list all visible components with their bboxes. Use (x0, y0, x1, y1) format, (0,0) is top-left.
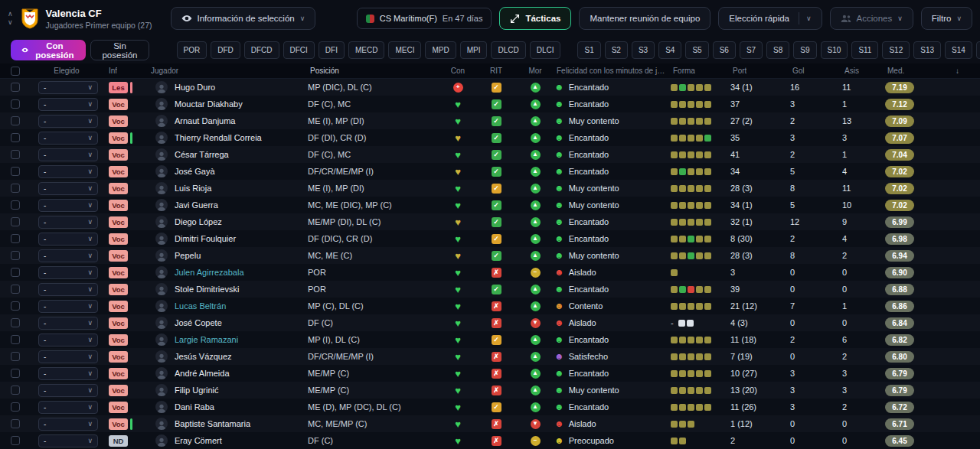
row-checkbox[interactable] (11, 133, 20, 142)
position-filter-dfi[interactable]: DFI (318, 41, 345, 59)
player-name[interactable]: José Gayà (175, 167, 215, 176)
filter-button[interactable]: Filtro ∨ (921, 7, 972, 30)
player-name[interactable]: Lucas Beltrán (175, 301, 226, 311)
slot-filter-s14[interactable]: S14 (945, 41, 972, 59)
table-row[interactable]: - ∨ Les Hugo Duro MP (DIC), DL (C) + ✓ ▲… (0, 79, 980, 96)
position-filter-mpi[interactable]: MPI (460, 41, 488, 59)
slot-filter-s6[interactable]: S6 (713, 41, 736, 59)
slot-filter-s8[interactable]: S8 (766, 41, 789, 59)
position-filter-dfd[interactable]: DFD (211, 41, 240, 59)
pick-dropdown[interactable]: - ∨ (38, 115, 98, 128)
player-name[interactable]: César Tárrega (175, 150, 229, 159)
pick-dropdown[interactable]: - ∨ (38, 182, 98, 195)
column-rit[interactable]: RIT (476, 67, 516, 75)
slot-filter-s10[interactable]: S10 (821, 41, 848, 59)
table-row[interactable]: - ∨ Voc José Copete DF (C) ♥ ✗ ▼ ☻ Aisla… (0, 314, 980, 331)
player-name[interactable]: Pepelu (175, 251, 201, 260)
table-row[interactable]: - ∨ ND Eray Cömert DF (C) ♥ ✗ − ☻ Preocu… (0, 432, 980, 449)
row-checkbox[interactable] (11, 352, 20, 361)
table-row[interactable]: - ∨ Voc Diego López ME/MP (DI), DL (C) ♥… (0, 213, 980, 230)
position-filter-mpd[interactable]: MPD (425, 41, 456, 59)
pick-dropdown[interactable]: - ∨ (38, 367, 98, 380)
slot-filter-s4[interactable]: S4 (658, 41, 681, 59)
table-row[interactable]: - ∨ Voc Pepelu MC, ME (C) ♥ ✓ ▲ ☻ Muy co… (0, 247, 980, 264)
column-con[interactable]: Con (439, 67, 476, 75)
position-filter-por[interactable]: POR (177, 41, 207, 59)
with-possession-tab[interactable]: Con posesión (11, 40, 86, 60)
position-filter-dlcd[interactable]: DLCD (491, 41, 525, 59)
player-name[interactable]: Eray Cömert (175, 436, 222, 445)
tactics-button[interactable]: Tácticas (499, 7, 571, 30)
collapse-down-icon[interactable]: ∨ (8, 19, 13, 26)
row-checkbox[interactable] (11, 99, 20, 109)
position-filter-meci[interactable]: MECI (388, 41, 421, 59)
quick-pick-button[interactable]: Elección rápida ∨ (718, 7, 822, 30)
row-checkbox[interactable] (11, 386, 20, 395)
position-filter-dlci[interactable]: DLCI (530, 41, 561, 59)
slot-filter-s12[interactable]: S12 (882, 41, 910, 59)
slot-filter-s15[interactable]: S15 (976, 41, 980, 59)
row-checkbox[interactable] (11, 184, 20, 193)
position-filter-mecd[interactable]: MECD (348, 41, 384, 59)
player-name[interactable]: Filip Ugrinić (175, 386, 218, 395)
pick-dropdown[interactable]: - ∨ (38, 132, 98, 145)
player-name[interactable]: José Copete (175, 318, 222, 327)
team-meeting-button[interactable]: Mantener reunión de equipo (579, 7, 710, 30)
row-checkbox[interactable] (11, 419, 20, 428)
table-row[interactable]: - ∨ Voc Stole Dimitrievski POR ♥ ✓ ▲ ☻ E… (0, 281, 980, 298)
table-row[interactable]: - ∨ Voc Largie Ramazani MP (I), DL (C) ♥… (0, 331, 980, 348)
player-name[interactable]: Hugo Duro (175, 83, 215, 92)
slot-filter-s11[interactable]: S11 (851, 41, 878, 59)
player-name[interactable]: Largie Ramazani (175, 335, 238, 344)
table-row[interactable]: - ∨ Voc César Tárrega DF (C), MC ♥ ✓ ▲ ☻… (0, 146, 980, 163)
row-checkbox[interactable] (11, 83, 20, 92)
table-row[interactable]: - ∨ Voc Arnaut Danjuma ME (I), MP (DI) ♥… (0, 112, 980, 129)
player-name[interactable]: Jesús Vázquez (175, 352, 232, 361)
player-name[interactable]: Javi Guerra (175, 200, 218, 210)
selection-info-button[interactable]: Información de selección ∨ (171, 7, 316, 30)
slot-filter-s7[interactable]: S7 (740, 41, 763, 59)
pick-dropdown[interactable]: - ∨ (38, 350, 98, 363)
table-row[interactable]: - ∨ Voc Julen Agirrezabala POR ♥ ✗ − ☻ A… (0, 264, 980, 281)
collapse-up-icon[interactable]: ∧ (8, 11, 13, 18)
player-name[interactable]: Dani Raba (175, 402, 214, 412)
pick-dropdown[interactable]: - ∨ (38, 148, 98, 161)
column-med[interactable]: Med. (885, 67, 928, 75)
table-row[interactable]: - ∨ Voc Mouctar Diakhaby DF (C), MC ♥ ✓ … (0, 96, 980, 112)
slot-filter-s13[interactable]: S13 (913, 41, 941, 59)
table-row[interactable]: - ∨ Voc André Almeida ME/MP (C) ♥ ✗ ▲ ☻ … (0, 365, 980, 382)
pick-dropdown[interactable]: - ∨ (38, 418, 98, 431)
player-name[interactable]: Mouctar Diakhaby (175, 99, 243, 109)
sort-direction-icon[interactable]: ↓ (956, 67, 959, 75)
pick-dropdown[interactable]: - ∨ (38, 333, 98, 347)
pick-dropdown[interactable]: - ∨ (38, 384, 98, 397)
table-row[interactable]: - ∨ Voc José Gayà DF/CR/ME/MP (I) ♥ ✓ ▲ … (0, 163, 980, 180)
pick-dropdown[interactable]: - ∨ (38, 199, 98, 212)
table-row[interactable]: - ∨ Voc Baptiste Santamaria MC, ME/MP (C… (0, 415, 980, 432)
pick-dropdown[interactable]: - ∨ (38, 249, 98, 262)
row-checkbox[interactable] (11, 167, 20, 176)
column-inf[interactable]: Inf (103, 67, 149, 75)
row-checkbox[interactable] (11, 436, 20, 445)
row-checkbox[interactable] (11, 301, 20, 311)
slot-filter-s3[interactable]: S3 (632, 41, 655, 59)
column-forma[interactable]: Forma (671, 67, 730, 75)
column-asis[interactable]: Asis (842, 67, 885, 75)
without-possession-tab[interactable]: Sin posesión (90, 40, 149, 60)
player-name[interactable]: Baptiste Santamaria (175, 419, 250, 428)
player-name[interactable]: Diego López (175, 217, 222, 226)
table-row[interactable]: - ∨ Voc Javi Guerra MC, ME (DIC), MP (C)… (0, 197, 980, 213)
row-checkbox[interactable] (11, 268, 20, 277)
position-filter-dfcd[interactable]: DFCD (244, 41, 279, 59)
pick-dropdown[interactable]: - ∨ (38, 401, 98, 414)
pick-dropdown[interactable]: - ∨ (38, 266, 98, 279)
table-row[interactable]: - ∨ Voc Dani Raba ME (D), MP (DC), DL (C… (0, 399, 980, 415)
pick-dropdown[interactable]: - ∨ (38, 283, 98, 296)
slot-filter-s9[interactable]: S9 (793, 41, 816, 59)
column-felicidad[interactable]: Felicidad con los minutos de jue... (554, 67, 671, 75)
column-mor[interactable]: Mor (516, 67, 554, 75)
column-elegido[interactable]: Elegido (31, 67, 103, 75)
row-checkbox[interactable] (11, 150, 20, 159)
table-row[interactable]: - ∨ Voc Thierry Rendall Correia DF (DI),… (0, 129, 980, 146)
actions-button[interactable]: Acciones ∨ (830, 7, 913, 30)
